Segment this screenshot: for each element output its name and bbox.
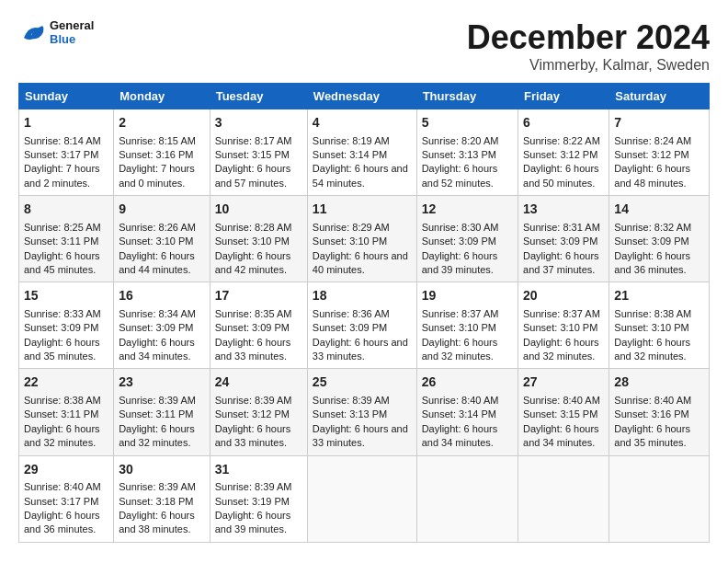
calendar-cell: 23Sunrise: 8:39 AMSunset: 3:11 PMDayligh… bbox=[114, 369, 210, 455]
sunrise: Sunrise: 8:28 AM bbox=[215, 222, 292, 233]
sunrise: Sunrise: 8:20 AM bbox=[422, 135, 499, 146]
day-number: 3 bbox=[215, 114, 302, 132]
day-number: 11 bbox=[313, 201, 412, 219]
calendar-cell: 6Sunrise: 8:22 AMSunset: 3:12 PMDaylight… bbox=[518, 109, 609, 196]
calendar-cell: 5Sunrise: 8:20 AMSunset: 3:13 PMDaylight… bbox=[416, 109, 518, 196]
sunrise: Sunrise: 8:17 AM bbox=[215, 135, 292, 146]
calendar-week-row: 15Sunrise: 8:33 AMSunset: 3:09 PMDayligh… bbox=[19, 282, 710, 369]
sunrise: Sunrise: 8:40 AM bbox=[614, 395, 691, 406]
sunset: Sunset: 3:09 PM bbox=[215, 322, 290, 333]
calendar-cell: 3Sunrise: 8:17 AMSunset: 3:15 PMDaylight… bbox=[210, 109, 307, 196]
sunset: Sunset: 3:12 PM bbox=[614, 149, 688, 160]
sunset: Sunset: 3:11 PM bbox=[24, 408, 98, 419]
sunrise: Sunrise: 8:35 AM bbox=[215, 308, 292, 319]
calendar-cell: 15Sunrise: 8:33 AMSunset: 3:09 PMDayligh… bbox=[19, 282, 114, 369]
sunset: Sunset: 3:13 PM bbox=[422, 149, 496, 160]
sunrise: Sunrise: 8:40 AM bbox=[422, 395, 499, 406]
sunset: Sunset: 3:15 PM bbox=[523, 408, 597, 419]
calendar-header-row: SundayMondayTuesdayWednesdayThursdayFrid… bbox=[19, 84, 710, 109]
daylight: Daylight: 6 hours and 32 minutes. bbox=[614, 337, 690, 362]
sunset: Sunset: 3:10 PM bbox=[523, 322, 597, 333]
calendar-cell: 18Sunrise: 8:36 AMSunset: 3:09 PMDayligh… bbox=[307, 282, 416, 369]
sunrise: Sunrise: 8:26 AM bbox=[119, 222, 196, 233]
day-number: 22 bbox=[24, 373, 108, 392]
daylight: Daylight: 6 hours and 32 minutes. bbox=[24, 423, 100, 448]
sunrise: Sunrise: 8:22 AM bbox=[523, 135, 600, 146]
sunrise: Sunrise: 8:33 AM bbox=[24, 308, 101, 319]
calendar-cell: 24Sunrise: 8:39 AMSunset: 3:12 PMDayligh… bbox=[210, 369, 307, 455]
sunrise: Sunrise: 8:30 AM bbox=[422, 222, 499, 233]
day-number: 24 bbox=[215, 373, 302, 392]
daylight: Daylight: 6 hours and 35 minutes. bbox=[24, 337, 100, 362]
sunset: Sunset: 3:09 PM bbox=[422, 236, 496, 247]
sunset: Sunset: 3:11 PM bbox=[24, 236, 98, 247]
calendar-cell: 13Sunrise: 8:31 AMSunset: 3:09 PMDayligh… bbox=[518, 196, 609, 282]
header-friday: Friday bbox=[518, 84, 609, 109]
sunset: Sunset: 3:17 PM bbox=[24, 149, 98, 160]
sunset: Sunset: 3:09 PM bbox=[119, 322, 193, 333]
daylight: Daylight: 6 hours and 39 minutes. bbox=[215, 510, 291, 534]
calendar-cell: 10Sunrise: 8:28 AMSunset: 3:10 PMDayligh… bbox=[210, 196, 307, 282]
day-number: 12 bbox=[422, 201, 513, 219]
day-number: 2 bbox=[119, 114, 205, 132]
sunrise: Sunrise: 8:39 AM bbox=[119, 481, 196, 492]
daylight: Daylight: 6 hours and 38 minutes. bbox=[119, 510, 195, 534]
sunset: Sunset: 3:10 PM bbox=[614, 322, 688, 333]
calendar-cell: 21Sunrise: 8:38 AMSunset: 3:10 PMDayligh… bbox=[609, 282, 710, 369]
sunrise: Sunrise: 8:36 AM bbox=[313, 308, 390, 319]
sunrise: Sunrise: 8:29 AM bbox=[313, 222, 390, 233]
daylight: Daylight: 6 hours and 37 minutes. bbox=[523, 250, 599, 275]
sunrise: Sunrise: 8:39 AM bbox=[215, 395, 292, 406]
day-number: 5 bbox=[422, 114, 513, 132]
daylight: Daylight: 6 hours and 40 minutes. bbox=[313, 250, 408, 275]
calendar-cell bbox=[518, 455, 609, 542]
daylight: Daylight: 6 hours and 50 minutes. bbox=[523, 163, 599, 188]
daylight: Daylight: 6 hours and 33 minutes. bbox=[313, 423, 408, 448]
sunrise: Sunrise: 8:34 AM bbox=[119, 308, 196, 319]
day-number: 13 bbox=[523, 201, 604, 219]
calendar-cell: 2Sunrise: 8:15 AMSunset: 3:16 PMDaylight… bbox=[114, 109, 210, 196]
sunrise: Sunrise: 8:37 AM bbox=[523, 308, 600, 319]
header-sunday: Sunday bbox=[19, 84, 114, 109]
calendar-week-row: 22Sunrise: 8:38 AMSunset: 3:11 PMDayligh… bbox=[19, 369, 710, 455]
sunset: Sunset: 3:10 PM bbox=[313, 236, 387, 247]
calendar-cell: 9Sunrise: 8:26 AMSunset: 3:10 PMDaylight… bbox=[114, 196, 210, 282]
calendar-cell bbox=[416, 455, 518, 542]
sunset: Sunset: 3:14 PM bbox=[313, 149, 387, 160]
day-number: 7 bbox=[614, 114, 704, 132]
daylight: Daylight: 6 hours and 36 minutes. bbox=[614, 250, 690, 275]
daylight: Daylight: 6 hours and 48 minutes. bbox=[614, 163, 690, 188]
calendar-cell: 16Sunrise: 8:34 AMSunset: 3:09 PMDayligh… bbox=[114, 282, 210, 369]
calendar-cell: 7Sunrise: 8:24 AMSunset: 3:12 PMDaylight… bbox=[609, 109, 710, 196]
day-number: 29 bbox=[24, 461, 108, 479]
calendar-cell: 1Sunrise: 8:14 AMSunset: 3:17 PMDaylight… bbox=[19, 109, 114, 196]
daylight: Daylight: 6 hours and 33 minutes. bbox=[215, 337, 291, 362]
daylight: Daylight: 6 hours and 52 minutes. bbox=[422, 163, 498, 188]
day-number: 17 bbox=[215, 287, 302, 305]
calendar-table: SundayMondayTuesdayWednesdayThursdayFrid… bbox=[18, 83, 710, 543]
sunrise: Sunrise: 8:37 AM bbox=[422, 308, 499, 319]
location: Vimmerby, Kalmar, Sweden bbox=[467, 57, 710, 74]
day-number: 18 bbox=[313, 287, 412, 305]
calendar-cell bbox=[307, 455, 416, 542]
sunset: Sunset: 3:10 PM bbox=[119, 236, 193, 247]
calendar-cell: 4Sunrise: 8:19 AMSunset: 3:14 PMDaylight… bbox=[307, 109, 416, 196]
day-number: 15 bbox=[24, 287, 108, 305]
daylight: Daylight: 6 hours and 35 minutes. bbox=[614, 423, 690, 448]
daylight: Daylight: 7 hours and 2 minutes. bbox=[24, 163, 100, 188]
sunrise: Sunrise: 8:15 AM bbox=[119, 135, 196, 146]
sunrise: Sunrise: 8:39 AM bbox=[313, 395, 390, 406]
daylight: Daylight: 6 hours and 45 minutes. bbox=[24, 250, 100, 275]
sunset: Sunset: 3:13 PM bbox=[313, 408, 387, 419]
daylight: Daylight: 6 hours and 33 minutes. bbox=[313, 337, 408, 362]
calendar-cell: 29Sunrise: 8:40 AMSunset: 3:17 PMDayligh… bbox=[19, 455, 114, 542]
daylight: Daylight: 6 hours and 32 minutes. bbox=[422, 337, 498, 362]
sunset: Sunset: 3:10 PM bbox=[215, 236, 290, 247]
logo-text: General Blue bbox=[50, 18, 94, 46]
sunset: Sunset: 3:09 PM bbox=[313, 322, 387, 333]
sunset: Sunset: 3:09 PM bbox=[24, 322, 98, 333]
sunset: Sunset: 3:12 PM bbox=[215, 408, 290, 419]
calendar-cell: 20Sunrise: 8:37 AMSunset: 3:10 PMDayligh… bbox=[518, 282, 609, 369]
sunrise: Sunrise: 8:19 AM bbox=[313, 135, 390, 146]
header: General Blue December 2024 Vimmerby, Kal… bbox=[18, 18, 710, 74]
